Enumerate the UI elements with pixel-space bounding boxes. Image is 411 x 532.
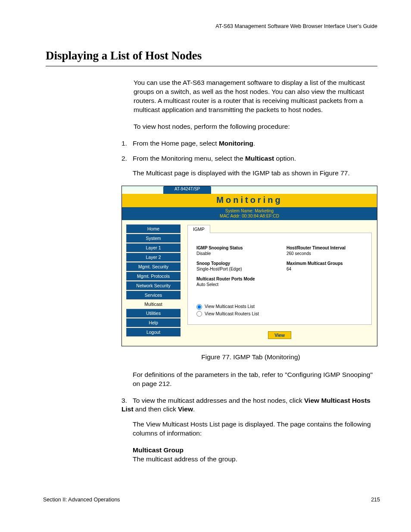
screenshot-title: Monitoring	[216, 195, 282, 205]
radio-hosts-list[interactable]: View Multicast Hosts List	[196, 304, 364, 310]
screenshot-model-bar: AT-9424T/SP	[122, 186, 377, 194]
model-tab: AT-9424T/SP	[163, 186, 211, 194]
nav-multicast[interactable]: Multicast	[126, 300, 181, 308]
figure-screenshot: AT-9424T/SP Monitoring System Name: Mark…	[121, 186, 377, 346]
document-header: AT-S63 Management Software Web Browser I…	[43, 23, 380, 29]
tab-igmp[interactable]: IGMP	[187, 225, 210, 233]
nav-system[interactable]: System	[126, 234, 181, 243]
nav-help[interactable]: Help	[126, 318, 181, 327]
step-3-sub1: The View Multicast Hosts List page is di…	[133, 420, 377, 438]
nav-services[interactable]: Services	[126, 291, 181, 299]
nav-layer1[interactable]: Layer 1	[126, 243, 181, 252]
intro-paragraph: You can use the AT-S63 management softwa…	[134, 78, 377, 115]
footer-page-number: 215	[371, 497, 380, 503]
radio-routers-list[interactable]: View Multicast Routers List	[196, 311, 364, 317]
step-2: 2.From the Monitoring menu, select the M…	[121, 154, 377, 178]
nav-home[interactable]: Home	[126, 224, 181, 233]
lead-in: To view host nodes, perform the followin…	[134, 122, 377, 131]
step-2-sub: The Multicast page is displayed with the…	[133, 169, 377, 178]
page-footer: Section II: Advanced Operations 215	[43, 497, 380, 503]
nav-network-security[interactable]: Network Security	[126, 281, 181, 290]
screenshot-title-bar: Monitoring	[122, 194, 377, 207]
footer-section: Section II: Advanced Operations	[43, 497, 120, 503]
figure-caption: Figure 77. IGMP Tab (Monitoring)	[121, 353, 380, 361]
igmp-panel: IGMP Snooping StatusDisable Snoop Topolo…	[187, 233, 372, 324]
screenshot-nav: Home System Layer 1 Layer 2 Mgmt. Securi…	[126, 224, 181, 337]
nav-mgmt-protocols[interactable]: Mgmt. Protocols	[126, 272, 181, 280]
after-figure-text: For definitions of the parameters in the…	[133, 370, 377, 389]
screenshot-content: IGMP IGMP Snooping StatusDisable Snoop T…	[187, 224, 372, 339]
step-1: 1.From the Home page, select Monitoring.	[121, 139, 377, 148]
step-3: 3.To view the multicast addresses and th…	[121, 396, 377, 464]
nav-utilities[interactable]: Utilities	[126, 309, 181, 317]
title-rule	[46, 66, 377, 66]
nav-mgmt-security[interactable]: Mgmt. Security	[126, 262, 181, 271]
screenshot-system-bar: System Name: Marketing MAC Addr: 00:30:8…	[122, 207, 377, 220]
view-button[interactable]: View	[268, 331, 291, 339]
nav-logout[interactable]: Logout	[126, 328, 181, 336]
procedure-list-cont: 3.To view the multicast addresses and th…	[121, 396, 377, 464]
nav-layer2[interactable]: Layer 2	[126, 253, 181, 261]
page-title: Displaying a List of Host Nodes	[46, 49, 380, 62]
multicast-group-def: Multicast GroupThe multicast address of …	[133, 446, 377, 464]
procedure-list: 1.From the Home page, select Monitoring.…	[121, 139, 377, 178]
